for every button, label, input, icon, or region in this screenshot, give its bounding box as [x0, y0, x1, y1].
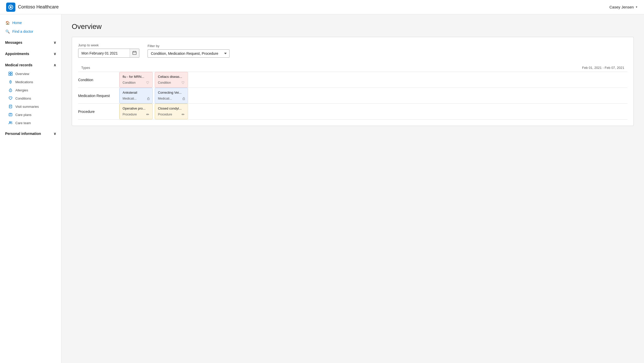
sidebar-item-care-team[interactable]: Care team: [0, 119, 61, 127]
calendar-button[interactable]: [130, 49, 139, 57]
filter-label: Filter by: [148, 44, 230, 48]
event-card-action-icon: ♡: [181, 81, 185, 85]
sidebar-medications-label: Medications: [15, 80, 33, 84]
table-row: ProcedureOperative pro...Procedure✏Close…: [78, 104, 627, 120]
event-card-procedure[interactable]: Operative pro...Procedure✏: [119, 104, 153, 119]
date-input[interactable]: [78, 49, 130, 57]
svg-point-17: [11, 122, 12, 123]
topnav: Contoso Healthcare Casey Jensen ▼: [0, 0, 644, 14]
user-name: Casey Jensen: [609, 5, 634, 9]
jump-label: Jump to week: [78, 43, 139, 47]
svg-rect-13: [9, 113, 12, 116]
filter-select[interactable]: Condition, Medication Request, Procedure: [148, 49, 230, 58]
sidebar-care-team-label: Care team: [15, 121, 31, 125]
event-card-action-icon: ✏: [146, 112, 149, 116]
event-card-title: Correcting Vei...: [158, 91, 185, 94]
svg-rect-10: [9, 105, 12, 108]
row-type-cell: Procedure: [78, 104, 119, 120]
svg-point-9: [11, 91, 11, 91]
svg-rect-5: [11, 74, 12, 76]
personal-info-chevron: ∨: [54, 132, 56, 136]
events-row: AnksterailMedicati...⎙Correcting Vei...M…: [119, 88, 628, 103]
event-card-action-icon: ♡: [146, 81, 149, 85]
sidebar-personal-info-header[interactable]: Personal information ∨: [0, 129, 61, 138]
jump-to-week-group: Jump to week: [78, 43, 139, 58]
event-card-condition[interactable]: flu - for MRN...Condition♡: [119, 72, 153, 88]
event-card-type-label: Medicati...: [158, 97, 172, 100]
sidebar-home-label: Home: [12, 21, 22, 25]
sidebar-find-doctor-label: Find a doctor: [12, 29, 33, 34]
sidebar-overview-label: Overview: [15, 72, 29, 76]
sidebar-item-visit-summaries[interactable]: Visit summaries: [0, 102, 61, 111]
event-card-footer: Medicati...⎙: [158, 97, 185, 101]
medical-records-chevron: ∧: [54, 63, 56, 67]
sidebar-personal-info-label: Personal information: [5, 132, 41, 136]
filter-group: Filter by Condition, Medication Request,…: [148, 44, 230, 58]
event-card-footer: Procedure✏: [123, 112, 149, 116]
sidebar-item-conditions[interactable]: Conditions: [0, 94, 61, 102]
sidebar-item-overview[interactable]: Overview: [0, 70, 61, 78]
allergy-icon: [8, 88, 13, 92]
event-card-medication[interactable]: Correcting Vei...Medicati...⎙: [155, 88, 188, 103]
svg-rect-2: [9, 72, 10, 73]
event-card-medication[interactable]: AnksterailMedicati...⎙: [119, 88, 153, 103]
event-card-condition[interactable]: Celiacs diseas...Condition♡: [155, 72, 188, 88]
user-menu[interactable]: Casey Jensen ▼: [609, 5, 638, 9]
event-card-type-label: Medicati...: [123, 97, 137, 100]
visit-summaries-icon: [8, 104, 13, 109]
event-card-footer: Condition♡: [158, 81, 185, 85]
sidebar-item-home[interactable]: 🏠 Home: [0, 18, 61, 27]
col-types: Types: [78, 64, 119, 72]
row-type-cell: Medication Request: [78, 88, 119, 104]
col-date-range: Feb 01, 2021 - Feb 07, 2021: [119, 64, 627, 72]
sidebar-medical-records-label: Medical records: [5, 63, 33, 67]
event-card-action-icon: ✏: [182, 112, 185, 116]
svg-rect-3: [11, 72, 12, 73]
brand: Contoso Healthcare: [6, 3, 59, 12]
sidebar-section-messages: Messages ∨: [0, 38, 61, 47]
sidebar-item-find-doctor[interactable]: 🔍 Find a doctor: [0, 27, 61, 36]
event-card-title: Anksterail: [123, 91, 149, 94]
row-events-cell: AnksterailMedicati...⎙Correcting Vei...M…: [119, 88, 627, 104]
svg-rect-4: [9, 74, 10, 76]
sidebar-item-care-plans[interactable]: Care plans: [0, 111, 61, 119]
overview-icon: [8, 71, 13, 76]
event-card-type-label: Condition: [158, 81, 171, 84]
controls-row: Jump to week Filter by Condition, Medica…: [78, 43, 627, 58]
main-content: Overview Jump to week Filter by C: [61, 14, 644, 363]
events-row: Operative pro...Procedure✏Closed condyl.…: [119, 104, 628, 119]
event-card-type-label: Condition: [123, 81, 136, 84]
svg-point-16: [9, 122, 11, 123]
event-card-action-icon: ⎙: [147, 97, 149, 101]
event-card-procedure[interactable]: Closed condyl...Procedure✏: [155, 104, 188, 119]
user-menu-chevron: ▼: [635, 6, 638, 8]
sidebar-visit-summaries-label: Visit summaries: [15, 105, 39, 109]
sidebar-conditions-label: Conditions: [15, 97, 31, 100]
care-team-icon: [8, 121, 13, 125]
sidebar: 🏠 Home 🔍 Find a doctor Messages ∨ Appoin…: [0, 14, 61, 363]
appointments-chevron: ∨: [54, 52, 56, 56]
row-events-cell: Operative pro...Procedure✏Closed condyl.…: [119, 104, 627, 120]
overview-table: Types Feb 01, 2021 - Feb 07, 2021 Condit…: [78, 64, 627, 120]
svg-point-1: [10, 6, 12, 8]
sidebar-messages-header[interactable]: Messages ∨: [0, 38, 61, 47]
event-card-title: Celiacs diseas...: [158, 75, 185, 79]
page-title: Overview: [72, 23, 634, 31]
sidebar-medical-records-header[interactable]: Medical records ∧: [0, 60, 61, 70]
doctor-icon: 🔍: [5, 29, 10, 34]
home-icon: 🏠: [5, 20, 10, 25]
date-input-wrap: [78, 49, 139, 58]
svg-rect-18: [133, 51, 136, 55]
sidebar-section-medical-records: Medical records ∧ Overview Medications: [0, 60, 61, 127]
event-card-title: Operative pro...: [123, 106, 149, 110]
sidebar-section-appointments: Appointments ∨: [0, 49, 61, 58]
sidebar-appointments-header[interactable]: Appointments ∨: [0, 49, 61, 58]
brand-icon: [6, 3, 15, 12]
sidebar-item-allergies[interactable]: Allergies: [0, 86, 61, 94]
event-card-footer: Medicati...⎙: [123, 97, 149, 101]
event-card-title: flu - for MRN...: [123, 75, 149, 79]
event-card-type-label: Procedure: [158, 113, 172, 116]
brand-name: Contoso Healthcare: [18, 4, 59, 10]
sidebar-appointments-label: Appointments: [5, 52, 29, 56]
sidebar-item-medications[interactable]: Medications: [0, 78, 61, 86]
